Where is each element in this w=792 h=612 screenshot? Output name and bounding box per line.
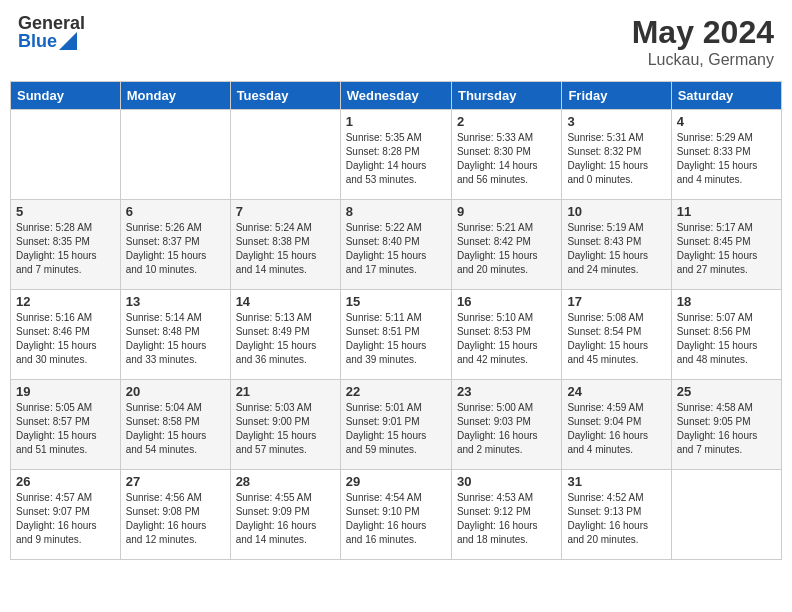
calendar-cell	[671, 470, 781, 560]
weekday-header: Tuesday	[230, 82, 340, 110]
day-number: 15	[346, 294, 446, 309]
calendar-cell: 13Sunrise: 5:14 AM Sunset: 8:48 PM Dayli…	[120, 290, 230, 380]
calendar-cell: 17Sunrise: 5:08 AM Sunset: 8:54 PM Dayli…	[562, 290, 671, 380]
weekday-header: Friday	[562, 82, 671, 110]
day-info: Sunrise: 4:54 AM Sunset: 9:10 PM Dayligh…	[346, 491, 446, 547]
day-number: 14	[236, 294, 335, 309]
calendar-week-row: 26Sunrise: 4:57 AM Sunset: 9:07 PM Dayli…	[11, 470, 782, 560]
day-number: 12	[16, 294, 115, 309]
calendar-cell: 22Sunrise: 5:01 AM Sunset: 9:01 PM Dayli…	[340, 380, 451, 470]
day-number: 6	[126, 204, 225, 219]
day-info: Sunrise: 5:33 AM Sunset: 8:30 PM Dayligh…	[457, 131, 556, 187]
calendar-cell: 3Sunrise: 5:31 AM Sunset: 8:32 PM Daylig…	[562, 110, 671, 200]
page-header: General Blue May 2024 Luckau, Germany	[10, 10, 782, 73]
calendar-cell: 8Sunrise: 5:22 AM Sunset: 8:40 PM Daylig…	[340, 200, 451, 290]
day-info: Sunrise: 4:57 AM Sunset: 9:07 PM Dayligh…	[16, 491, 115, 547]
calendar-cell	[11, 110, 121, 200]
calendar-cell: 20Sunrise: 5:04 AM Sunset: 8:58 PM Dayli…	[120, 380, 230, 470]
calendar-cell: 18Sunrise: 5:07 AM Sunset: 8:56 PM Dayli…	[671, 290, 781, 380]
day-number: 3	[567, 114, 665, 129]
day-number: 25	[677, 384, 776, 399]
day-info: Sunrise: 5:01 AM Sunset: 9:01 PM Dayligh…	[346, 401, 446, 457]
location-title: Luckau, Germany	[632, 51, 774, 69]
day-info: Sunrise: 5:11 AM Sunset: 8:51 PM Dayligh…	[346, 311, 446, 367]
day-info: Sunrise: 5:10 AM Sunset: 8:53 PM Dayligh…	[457, 311, 556, 367]
calendar-week-row: 5Sunrise: 5:28 AM Sunset: 8:35 PM Daylig…	[11, 200, 782, 290]
calendar-header-row: SundayMondayTuesdayWednesdayThursdayFrid…	[11, 82, 782, 110]
weekday-header: Monday	[120, 82, 230, 110]
calendar-cell: 9Sunrise: 5:21 AM Sunset: 8:42 PM Daylig…	[451, 200, 561, 290]
calendar-cell: 30Sunrise: 4:53 AM Sunset: 9:12 PM Dayli…	[451, 470, 561, 560]
day-number: 23	[457, 384, 556, 399]
calendar-week-row: 1Sunrise: 5:35 AM Sunset: 8:28 PM Daylig…	[11, 110, 782, 200]
calendar-cell: 23Sunrise: 5:00 AM Sunset: 9:03 PM Dayli…	[451, 380, 561, 470]
weekday-header: Saturday	[671, 82, 781, 110]
calendar-cell: 15Sunrise: 5:11 AM Sunset: 8:51 PM Dayli…	[340, 290, 451, 380]
logo-icon	[59, 32, 77, 50]
calendar-cell: 28Sunrise: 4:55 AM Sunset: 9:09 PM Dayli…	[230, 470, 340, 560]
day-number: 10	[567, 204, 665, 219]
day-number: 30	[457, 474, 556, 489]
calendar-cell: 26Sunrise: 4:57 AM Sunset: 9:07 PM Dayli…	[11, 470, 121, 560]
day-info: Sunrise: 5:16 AM Sunset: 8:46 PM Dayligh…	[16, 311, 115, 367]
day-number: 24	[567, 384, 665, 399]
weekday-header: Thursday	[451, 82, 561, 110]
logo-general: General	[18, 14, 85, 32]
day-info: Sunrise: 4:56 AM Sunset: 9:08 PM Dayligh…	[126, 491, 225, 547]
day-info: Sunrise: 4:59 AM Sunset: 9:04 PM Dayligh…	[567, 401, 665, 457]
day-number: 28	[236, 474, 335, 489]
day-number: 16	[457, 294, 556, 309]
day-info: Sunrise: 5:00 AM Sunset: 9:03 PM Dayligh…	[457, 401, 556, 457]
day-number: 26	[16, 474, 115, 489]
day-info: Sunrise: 5:08 AM Sunset: 8:54 PM Dayligh…	[567, 311, 665, 367]
day-info: Sunrise: 5:31 AM Sunset: 8:32 PM Dayligh…	[567, 131, 665, 187]
day-number: 8	[346, 204, 446, 219]
day-info: Sunrise: 5:26 AM Sunset: 8:37 PM Dayligh…	[126, 221, 225, 277]
calendar-cell: 24Sunrise: 4:59 AM Sunset: 9:04 PM Dayli…	[562, 380, 671, 470]
day-info: Sunrise: 5:17 AM Sunset: 8:45 PM Dayligh…	[677, 221, 776, 277]
day-info: Sunrise: 5:22 AM Sunset: 8:40 PM Dayligh…	[346, 221, 446, 277]
day-number: 13	[126, 294, 225, 309]
day-info: Sunrise: 5:21 AM Sunset: 8:42 PM Dayligh…	[457, 221, 556, 277]
logo-text: General Blue	[18, 14, 85, 50]
day-number: 29	[346, 474, 446, 489]
calendar-cell: 1Sunrise: 5:35 AM Sunset: 8:28 PM Daylig…	[340, 110, 451, 200]
day-info: Sunrise: 5:28 AM Sunset: 8:35 PM Dayligh…	[16, 221, 115, 277]
day-info: Sunrise: 5:24 AM Sunset: 8:38 PM Dayligh…	[236, 221, 335, 277]
calendar-cell: 27Sunrise: 4:56 AM Sunset: 9:08 PM Dayli…	[120, 470, 230, 560]
calendar-cell: 10Sunrise: 5:19 AM Sunset: 8:43 PM Dayli…	[562, 200, 671, 290]
calendar-cell: 11Sunrise: 5:17 AM Sunset: 8:45 PM Dayli…	[671, 200, 781, 290]
day-number: 1	[346, 114, 446, 129]
day-number: 21	[236, 384, 335, 399]
calendar-cell: 2Sunrise: 5:33 AM Sunset: 8:30 PM Daylig…	[451, 110, 561, 200]
day-number: 22	[346, 384, 446, 399]
calendar-cell	[120, 110, 230, 200]
calendar-cell: 29Sunrise: 4:54 AM Sunset: 9:10 PM Dayli…	[340, 470, 451, 560]
day-info: Sunrise: 4:55 AM Sunset: 9:09 PM Dayligh…	[236, 491, 335, 547]
day-number: 5	[16, 204, 115, 219]
day-number: 9	[457, 204, 556, 219]
calendar-cell: 31Sunrise: 4:52 AM Sunset: 9:13 PM Dayli…	[562, 470, 671, 560]
calendar-cell: 16Sunrise: 5:10 AM Sunset: 8:53 PM Dayli…	[451, 290, 561, 380]
logo-blue: Blue	[18, 32, 57, 50]
calendar-table: SundayMondayTuesdayWednesdayThursdayFrid…	[10, 81, 782, 560]
day-number: 18	[677, 294, 776, 309]
day-number: 27	[126, 474, 225, 489]
calendar-cell: 12Sunrise: 5:16 AM Sunset: 8:46 PM Dayli…	[11, 290, 121, 380]
day-number: 2	[457, 114, 556, 129]
day-number: 20	[126, 384, 225, 399]
calendar-cell: 6Sunrise: 5:26 AM Sunset: 8:37 PM Daylig…	[120, 200, 230, 290]
calendar-week-row: 12Sunrise: 5:16 AM Sunset: 8:46 PM Dayli…	[11, 290, 782, 380]
calendar-cell: 5Sunrise: 5:28 AM Sunset: 8:35 PM Daylig…	[11, 200, 121, 290]
calendar-cell: 21Sunrise: 5:03 AM Sunset: 9:00 PM Dayli…	[230, 380, 340, 470]
month-title: May 2024	[632, 14, 774, 51]
day-number: 19	[16, 384, 115, 399]
day-info: Sunrise: 5:29 AM Sunset: 8:33 PM Dayligh…	[677, 131, 776, 187]
weekday-header: Sunday	[11, 82, 121, 110]
day-number: 4	[677, 114, 776, 129]
calendar-cell: 19Sunrise: 5:05 AM Sunset: 8:57 PM Dayli…	[11, 380, 121, 470]
day-info: Sunrise: 5:07 AM Sunset: 8:56 PM Dayligh…	[677, 311, 776, 367]
day-info: Sunrise: 5:19 AM Sunset: 8:43 PM Dayligh…	[567, 221, 665, 277]
weekday-header: Wednesday	[340, 82, 451, 110]
day-number: 11	[677, 204, 776, 219]
